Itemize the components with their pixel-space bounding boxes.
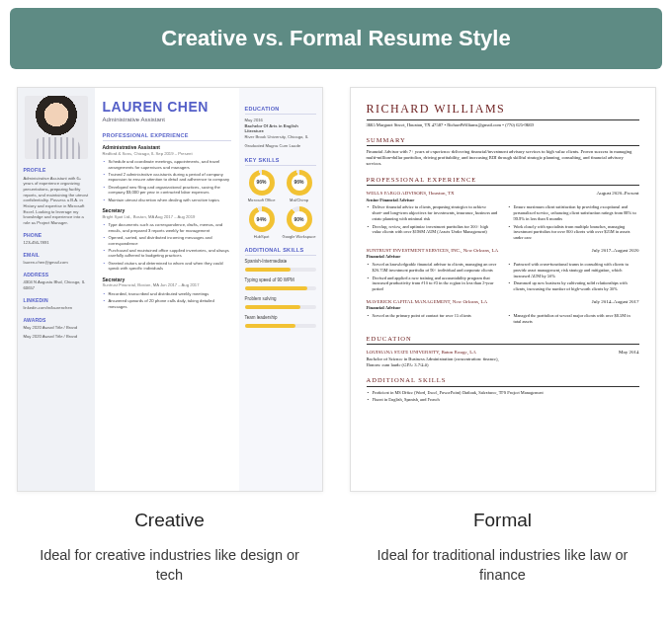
donut-pct: 96% [287, 170, 312, 196]
job-role: Senior Financial Advisor [367, 198, 639, 203]
donut-label: HubSpot [245, 234, 279, 239]
skill-label: Problem solving [245, 296, 316, 302]
job-bullet: Devised and applied a new training and a… [373, 276, 498, 292]
donut-label: Microsoft Office [245, 198, 279, 202]
education-heading: EDUCATION [245, 106, 316, 115]
job-bullet: Purchased and maintained office supplied… [109, 248, 231, 259]
job-role: Financial Advisor [367, 305, 639, 311]
experience-heading: PROFESSIONAL EXPERIENCE [367, 176, 639, 184]
formal-name: RICHARD WILLIAMS [367, 102, 639, 118]
creative-column: PROFILE Administrative Assistant with 6+… [12, 87, 327, 586]
awards-heading: AWARDS [24, 317, 89, 324]
divider [367, 185, 639, 186]
job-bullet: Greeted visitors and determined to whom … [109, 261, 231, 272]
award-1: May 2020 Award Title / Brand [24, 325, 89, 331]
skill-donut: 96%Microsoft Office [245, 170, 279, 202]
skill-donut: 90%Google Workspace [283, 206, 316, 239]
job-company: WELLS FARGO ADVISORS, Houston, TX [367, 191, 455, 198]
avatar [25, 96, 88, 159]
job-meta: Suntrust Financial, Boston, MA Jun 2017 … [103, 282, 231, 287]
experience-heading: PROFESSIONAL EXPERIENCE [103, 132, 231, 141]
job-bullet: Answered upwards of 20 phone calls daily… [109, 298, 231, 309]
skill-bar [245, 268, 316, 272]
creative-name: LAUREN CHEN [103, 98, 231, 116]
skill-bullet: Proficient in MS Office (Word, Excel, Po… [373, 390, 639, 396]
edu-school: River Brook University, Chicago, IL [245, 134, 316, 140]
edu-degree: Bachelor Of Arts in English Literature [245, 123, 316, 134]
donut-pct: 90% [287, 206, 312, 232]
job-dates: July 2014–August 2017 [592, 299, 639, 306]
creative-job-title: Administrative Assistant [103, 117, 231, 124]
job-bullet: Trained 2 administrative assistants duri… [109, 172, 231, 183]
creative-main: LAUREN CHEN Administrative Assistant PRO… [95, 88, 239, 491]
profile-heading: PROFILE [24, 167, 89, 174]
creative-description: Ideal for creative industries like desig… [32, 545, 308, 586]
phone-heading: PHONE [24, 232, 89, 239]
job-dates: August 2020–Present [597, 191, 639, 198]
job-bullet: Deliver financial advice to clients, pro… [373, 204, 498, 221]
additional-skills-heading: ADDITIONAL SKILLS [245, 247, 316, 256]
bullet-columns: Deliver financial advice to clients, pro… [367, 204, 639, 242]
summary-text: Financial Advisor with 7+ years of exper… [367, 149, 639, 168]
donut-pct: 96% [249, 170, 275, 196]
linkedin-heading: LINKEDIN [24, 297, 89, 304]
comparison-row: PROFILE Administrative Assistant with 6+… [0, 69, 672, 586]
bullet-columns: Served as the primary point of contact f… [367, 313, 639, 326]
job-bullet: Served as knowledgeable financial adviso… [373, 262, 498, 273]
job-role: Financial Advisor [367, 254, 639, 260]
edu-date: May 2014 [619, 350, 638, 356]
job-dates: July 2017–August 2020 [592, 248, 639, 255]
job-bullet: Developed new filing and organizational … [109, 185, 231, 196]
creative-sidebar: PROFILE Administrative Assistant with 6+… [18, 88, 95, 491]
divider [367, 386, 639, 387]
job-bullet: Served as the primary point of contact f… [373, 313, 498, 319]
edu-school: LOUISIANA STATE UNIVERSITY, Baton Rouge,… [367, 350, 476, 356]
skill-bullet: Fluent in English, Spanish, and French [373, 397, 639, 403]
job-bullet: Work closely with specialists from multi… [514, 224, 639, 241]
creative-right-col: EDUCATION May 2016 Bachelor Of Arts in E… [239, 88, 322, 491]
job-bullet: Managed the portfolios of several major … [514, 313, 639, 324]
address-heading: ADDRESS [24, 272, 89, 278]
summary-heading: SUMMARY [367, 136, 639, 144]
job-bullet: Drummed up new business by cultivating s… [514, 280, 639, 291]
formal-description: Ideal for traditional industries like la… [365, 545, 641, 586]
email-text: lauren.chen@gmail.com [24, 260, 89, 266]
donut-label: MailChimp [283, 198, 316, 202]
bullet-columns: Served as knowledgeable financial adviso… [367, 262, 639, 294]
divider [367, 344, 639, 345]
additional-skills-heading: ADDITIONAL SKILLS [367, 376, 639, 384]
skill-label: Spanish-Intermediate [245, 259, 316, 265]
edu-honor: Honors: cum laude (GPA: 3.7/4.0) [367, 362, 639, 368]
job-bullet: Schedule and coordinate meetings, appoin… [109, 159, 231, 170]
formal-column: RICHARD WILLIAMS 3665 Margaret Street, H… [345, 87, 660, 586]
email-heading: EMAIL [24, 252, 89, 259]
job-meta: Redford & Sons, Chicago, IL Sep 2019 – P… [103, 151, 231, 156]
donut-grid: 96%Microsoft Office 96%MailChimp 94%HubS… [245, 170, 316, 239]
award-2: May 2020 Award Title / Brand [24, 334, 89, 340]
divider [367, 145, 639, 146]
job-bullet: Ensure maximum client satisfaction by pr… [514, 204, 639, 221]
page-title: Creative vs. Formal Resume Style [10, 8, 662, 69]
phone-text: 123-456-7891 [24, 240, 89, 246]
formal-caption: Formal [473, 510, 532, 531]
skill-donut: 94%HubSpot [245, 206, 279, 239]
skill-bar [245, 286, 316, 290]
creative-resume: PROFILE Administrative Assistant with 6+… [17, 87, 323, 492]
skill-donut: 96%MailChimp [283, 170, 316, 202]
job-bullet: Partnered with cross-functional teams in… [514, 262, 639, 278]
donut-label: Google Workspace [283, 234, 316, 239]
profile-text: Administrative Assistant with 6+ years o… [24, 176, 89, 226]
formal-resume: RICHARD WILLIAMS 3665 Margaret Street, H… [350, 87, 656, 492]
skill-label: Team leadership [245, 315, 316, 321]
job-bullet: Type documents such as correspondence, d… [109, 222, 231, 233]
edu-honor: Graduated Magna Cum Laude [245, 143, 316, 149]
linkedin-text: linkedin.com/in/laurenchen [24, 305, 89, 311]
skill-bar [245, 324, 316, 328]
creative-caption: Creative [134, 510, 205, 531]
skill-label: Typing speed of 90 WPM [245, 277, 316, 283]
formal-contact: 3665 Margaret Street, Houston, TX 47587 … [367, 122, 639, 128]
education-heading: EDUCATION [367, 335, 639, 343]
divider [367, 119, 639, 120]
job-bullet: Recorded, transcribed and distributed we… [109, 291, 231, 296]
job-bullet: Maintain utmost discretion when dealing … [109, 198, 231, 202]
